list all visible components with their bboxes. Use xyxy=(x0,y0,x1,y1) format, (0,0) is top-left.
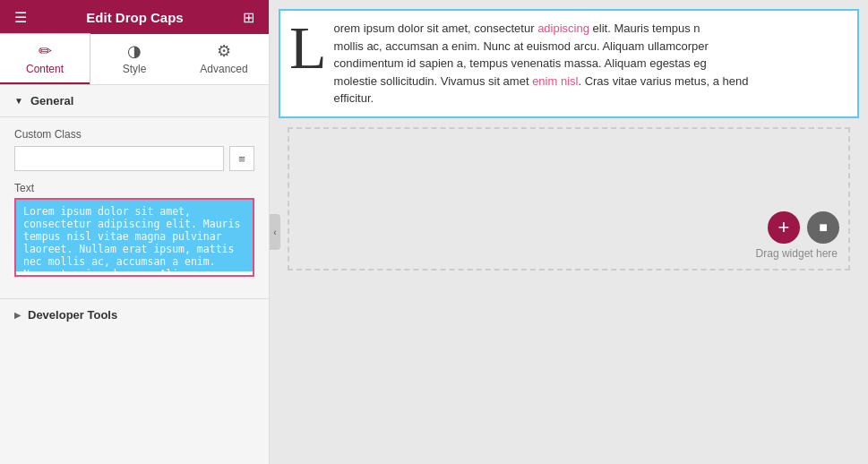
custom-class-input[interactable] xyxy=(14,146,224,171)
general-chevron-icon: ▼ xyxy=(14,96,23,106)
collapse-icon: ‹ xyxy=(273,228,276,237)
developer-tools-label: Developer Tools xyxy=(28,308,117,322)
widget-area: L orem ipsum dolor sit amet, consectetur… xyxy=(270,0,868,464)
text-field: Text Lorem ipsum dolor sit amet, consect… xyxy=(14,182,254,277)
general-section-label: General xyxy=(30,94,73,107)
hamburger-icon[interactable]: ☰ xyxy=(14,9,27,26)
sidebar-header: ☰ Edit Drop Caps ⊞ xyxy=(0,0,269,34)
style-tab-icon: ◑ xyxy=(127,41,142,61)
highlight-enim-nisl: enim nisl xyxy=(532,74,578,88)
sidebar-collapse-handle[interactable]: ‹ xyxy=(270,214,280,250)
drop-caps-text: orem ipsum dolor sit amet, consectetur a… xyxy=(334,20,845,107)
text-textarea[interactable]: Lorem ipsum dolor sit amet, consectetur … xyxy=(16,200,253,271)
custom-class-icon-btn[interactable]: ≡ xyxy=(229,146,254,171)
empty-widget-zone: + ■ Drag widget here xyxy=(288,127,850,271)
sidebar-title: Edit Drop Caps xyxy=(86,10,183,25)
add-widget-button[interactable]: + xyxy=(768,211,800,244)
tab-advanced-label: Advanced xyxy=(200,63,247,75)
sidebar-content: ▼ General Custom Class ≡ Text Lorem ipsu… xyxy=(0,85,269,464)
advanced-tab-icon: ⚙ xyxy=(217,41,231,61)
general-section-header[interactable]: ▼ General xyxy=(0,85,269,117)
widget-icon: ■ xyxy=(819,219,828,236)
tab-advanced[interactable]: ⚙ Advanced xyxy=(179,34,269,84)
drop-caps-block[interactable]: L orem ipsum dolor sit amet, consectetur… xyxy=(279,9,859,118)
widget-options-button[interactable]: ■ xyxy=(807,211,839,244)
custom-class-input-row: ≡ xyxy=(14,146,254,171)
text-textarea-wrapper: Lorem ipsum dolor sit amet, consectetur … xyxy=(14,198,254,277)
tab-style-label: Style xyxy=(123,63,147,75)
highlight-adipiscing: adipiscing xyxy=(537,21,589,35)
tab-content[interactable]: ✏ Content xyxy=(0,34,90,84)
main-content: L orem ipsum dolor sit amet, consectetur… xyxy=(270,0,868,464)
tab-style[interactable]: ◑ Style xyxy=(90,34,179,84)
developer-tools-chevron-icon: ▶ xyxy=(14,311,21,320)
sidebar: ☰ Edit Drop Caps ⊞ ✏ Content ◑ Style ⚙ A… xyxy=(0,0,270,464)
drop-cap-letter: L xyxy=(289,25,327,71)
custom-class-label: Custom Class xyxy=(14,128,254,141)
grid-icon[interactable]: ⊞ xyxy=(243,9,254,26)
text-label: Text xyxy=(14,182,254,194)
add-icon: + xyxy=(778,216,790,239)
content-tab-icon: ✏ xyxy=(39,41,52,61)
general-section-body: Custom Class ≡ Text Lorem ipsum dolor si… xyxy=(0,117,269,298)
drag-widget-label: Drag widget here xyxy=(756,247,838,260)
tabs-bar: ✏ Content ◑ Style ⚙ Advanced xyxy=(0,34,269,85)
custom-class-field: Custom Class ≡ xyxy=(14,128,254,171)
developer-tools-header[interactable]: ▶ Developer Tools xyxy=(0,298,269,331)
tab-content-label: Content xyxy=(26,63,64,75)
widget-add-controls: + ■ xyxy=(768,211,839,244)
